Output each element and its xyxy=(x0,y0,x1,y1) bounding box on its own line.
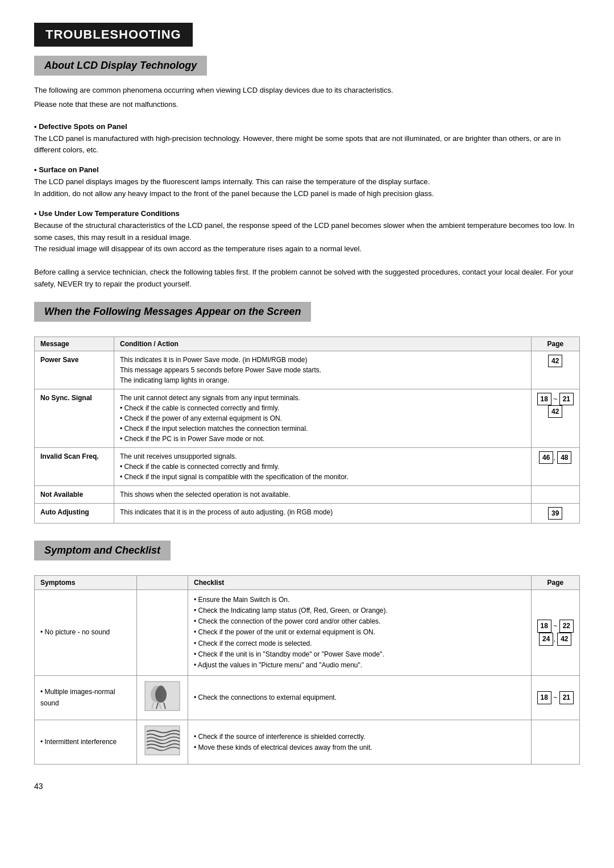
col-image-spacer xyxy=(137,575,188,589)
symptom-no-picture: • No picture - no sound xyxy=(35,589,137,675)
col-message: Message xyxy=(35,337,114,351)
symptom-section: Symptom and Checklist Symptoms Checklist… xyxy=(34,541,580,765)
subsection-surface: Surface on Panel The LCD panel displays … xyxy=(34,165,580,200)
table-row: • No picture - no sound • Ensure the Mai… xyxy=(35,589,580,675)
intro-line-2: Please note that these are not malfuncti… xyxy=(34,99,580,111)
page-no-sync: 18 ~ 21 42 xyxy=(531,389,579,447)
table-row: No Sync. Signal The unit cannot detect a… xyxy=(35,389,580,447)
symptom-interference: • Intermittent interference xyxy=(35,720,137,765)
subsection-defective-body: The LCD panel is manufactured with high-… xyxy=(34,133,580,157)
troubleshooting-header: TROUBLESHOOTING xyxy=(34,23,193,47)
msg-invalid-scan: Invalid Scan Freq. xyxy=(35,447,114,485)
symptom-multiple-images: • Multiple images-normal sound xyxy=(35,676,137,720)
msg-not-available: Not Available xyxy=(35,485,114,503)
subsection-defective-title: Defective Spots on Panel xyxy=(34,122,580,131)
symptom-no-picture-image xyxy=(137,589,188,675)
multiple-images-icon xyxy=(137,676,188,720)
subsection-surface-title: Surface on Panel xyxy=(34,165,580,174)
checklist-table: Symptoms Checklist Page • No picture - n… xyxy=(34,575,580,765)
page-power-save: 42 xyxy=(531,351,579,389)
messages-title-bar: When the Following Messages Appear on th… xyxy=(34,302,311,322)
col-checklist: Checklist xyxy=(188,575,532,589)
msg-no-sync: No Sync. Signal xyxy=(35,389,114,447)
table-row: Invalid Scan Freq. The unit receives uns… xyxy=(35,447,580,485)
subsection-temperature-body2: The residual image will disappear of its… xyxy=(34,243,580,255)
msg-auto-adjusting: Auto Adjusting xyxy=(35,503,114,523)
page-no-picture: 18 ~ 22 24, 42 xyxy=(531,589,579,675)
subsection-temperature-title: Use Under Low Temperature Conditions xyxy=(34,209,580,218)
messages-table: Message Condition / Action Page Power Sa… xyxy=(34,337,580,524)
page-interference xyxy=(531,720,579,765)
interference-icon xyxy=(137,720,188,765)
table-row: Not Available This shows when the select… xyxy=(35,485,580,503)
cond-not-available: This shows when the selected operation i… xyxy=(114,485,532,503)
symptom-title-bar: Symptom and Checklist xyxy=(34,541,171,560)
page-not-available xyxy=(531,485,579,503)
subsection-surface-body2: In addition, do not allow any heavy impa… xyxy=(34,188,580,200)
checklist-no-picture: • Ensure the Main Switch is On. • Check … xyxy=(188,589,532,675)
page-auto-adjusting: 39 xyxy=(531,503,579,523)
col-page: Page xyxy=(531,337,579,351)
subsection-temperature: Use Under Low Temperature Conditions Bec… xyxy=(34,209,580,255)
checklist-interference: • Check if the source of interference is… xyxy=(188,720,532,765)
subsection-surface-body1: The LCD panel displays images by the flu… xyxy=(34,176,580,188)
cond-invalid-scan: The unit receives unsupported signals. •… xyxy=(114,447,532,485)
table-row: Power Save This indicates it is in Power… xyxy=(35,351,580,389)
table-row: • Multiple images-normal sound xyxy=(35,676,580,720)
col-symptoms: Symptoms xyxy=(35,575,137,589)
service-note: Before calling a service technician, che… xyxy=(34,267,580,290)
subsection-defective: Defective Spots on Panel The LCD panel i… xyxy=(34,122,580,157)
page-invalid-scan: 46, 48 xyxy=(531,447,579,485)
table-row: Auto Adjusting This indicates that it is… xyxy=(35,503,580,523)
about-title-bar: About LCD Display Technology xyxy=(34,56,207,76)
page-multiple-images: 18 ~ 21 xyxy=(531,676,579,720)
col-page-sym: Page xyxy=(531,575,579,589)
col-condition: Condition / Action xyxy=(114,337,532,351)
subsection-temperature-body1: Because of the structural characteristic… xyxy=(34,220,580,244)
cond-no-sync: The unit cannot detect any signals from … xyxy=(114,389,532,447)
svg-point-6 xyxy=(157,686,164,692)
table-row: • Intermittent interference xyxy=(35,720,580,765)
msg-power-save: Power Save xyxy=(35,351,114,389)
messages-section: When the Following Messages Appear on th… xyxy=(34,302,580,524)
intro-line-1: The following are common phenomena occur… xyxy=(34,85,580,97)
page-number: 43 xyxy=(34,782,580,791)
checklist-multiple-images: • Check the connections to external equi… xyxy=(188,676,532,720)
cond-auto-adjusting: This indicates that it is in the process… xyxy=(114,503,532,523)
cond-power-save: This indicates it is in Power Save mode.… xyxy=(114,351,532,389)
about-section: About LCD Display Technology The followi… xyxy=(34,56,580,290)
